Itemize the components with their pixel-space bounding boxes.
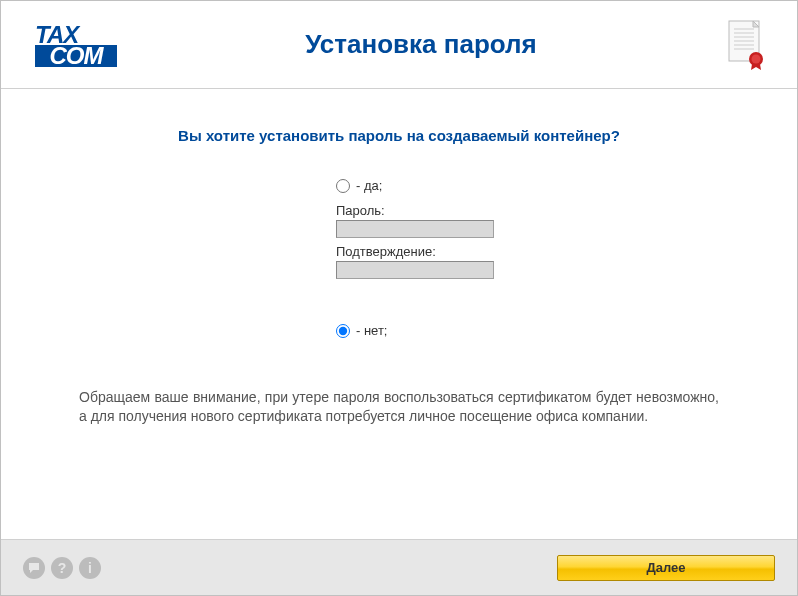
page-title: Установка пароля bbox=[117, 29, 725, 60]
warning-notice: Обращаем ваше внимание, при утере пароля… bbox=[79, 388, 719, 426]
footer: ? i Далее bbox=[1, 539, 797, 595]
logo-bottom: COM bbox=[35, 45, 117, 67]
password-label: Пароль: bbox=[336, 203, 719, 218]
option-yes-row: - да; bbox=[336, 178, 719, 193]
radio-no-label: - нет; bbox=[356, 323, 387, 338]
spacer bbox=[336, 279, 719, 323]
installer-window: TAX COM Установка пароля Вы хотите устан… bbox=[0, 0, 798, 596]
footer-icons: ? i bbox=[23, 557, 101, 579]
form-area: - да; Пароль: Подтверждение: - нет; bbox=[336, 178, 719, 338]
info-icon[interactable]: i bbox=[79, 557, 101, 579]
radio-yes-label: - да; bbox=[356, 178, 382, 193]
header: TAX COM Установка пароля bbox=[1, 1, 797, 89]
option-no-row: - нет; bbox=[336, 323, 719, 338]
svg-point-8 bbox=[752, 54, 761, 63]
confirm-label: Подтверждение: bbox=[336, 244, 719, 259]
confirm-input[interactable] bbox=[336, 261, 494, 279]
password-input[interactable] bbox=[336, 220, 494, 238]
chat-icon[interactable] bbox=[23, 557, 45, 579]
radio-yes[interactable] bbox=[336, 179, 350, 193]
radio-no[interactable] bbox=[336, 324, 350, 338]
help-icon[interactable]: ? bbox=[51, 557, 73, 579]
next-button[interactable]: Далее bbox=[557, 555, 775, 581]
question-text: Вы хотите установить пароль на создаваем… bbox=[79, 127, 719, 144]
taxcom-logo: TAX COM bbox=[35, 24, 117, 66]
content-area: Вы хотите установить пароль на создаваем… bbox=[1, 89, 797, 539]
certificate-icon bbox=[725, 19, 767, 71]
